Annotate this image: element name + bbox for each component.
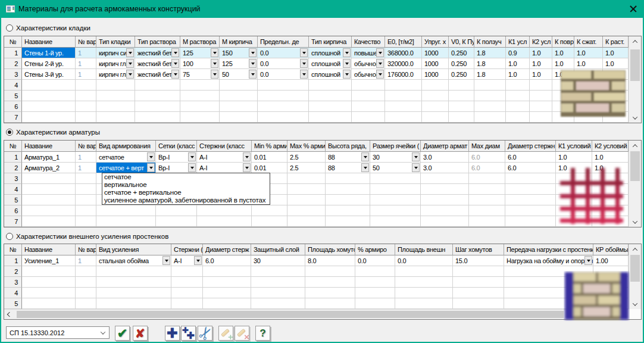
row-number[interactable]: 1: [4, 48, 22, 58]
table-cell[interactable]: [449, 101, 474, 112]
table-cell[interactable]: 1: [76, 255, 96, 266]
combo-dropdown-button[interactable]: [343, 59, 351, 68]
table-cell[interactable]: кирпич си: [96, 48, 135, 58]
table-cell[interactable]: [421, 173, 469, 184]
table-cell[interactable]: [305, 288, 355, 298]
table-cell[interactable]: сетчатое: [96, 152, 156, 163]
table-cell[interactable]: [421, 216, 469, 227]
table-cell[interactable]: повышен: [352, 48, 385, 58]
table-cell[interactable]: [385, 91, 422, 101]
cut-button[interactable]: ✂: [198, 326, 212, 341]
row-number[interactable]: 2: [4, 58, 22, 69]
combo-dropdown-button[interactable]: [211, 59, 218, 68]
table-cell[interactable]: 320000.0: [385, 58, 422, 69]
table-cell[interactable]: [504, 288, 593, 298]
table-cell[interactable]: [474, 101, 506, 112]
table-cell[interactable]: [76, 216, 96, 227]
table-cell[interactable]: [180, 112, 220, 123]
table-cell[interactable]: [251, 277, 305, 288]
dropdown-item[interactable]: сетчатое + вертикальное: [102, 189, 270, 197]
scroll-down-icon[interactable]: [629, 113, 641, 123]
table-cell[interactable]: [422, 101, 449, 112]
table-cell[interactable]: [197, 205, 252, 216]
table-cell[interactable]: 1.0: [574, 58, 603, 69]
row-number[interactable]: 4: [4, 184, 22, 195]
table-cell[interactable]: сетчатое + верт: [96, 163, 156, 173]
combo-dropdown-button[interactable]: [300, 70, 308, 79]
combo-dropdown-button[interactable]: [343, 48, 351, 57]
table-cell[interactable]: [552, 91, 574, 101]
table-cell[interactable]: [370, 216, 421, 227]
table-cell[interactable]: 88: [326, 163, 370, 173]
table-cell[interactable]: [197, 216, 252, 227]
row-number[interactable]: 5: [4, 195, 22, 205]
table-cell[interactable]: 1000: [422, 69, 449, 80]
scroll-down-icon[interactable]: [629, 299, 641, 309]
table-cell[interactable]: 6.0: [505, 163, 556, 173]
table-cell[interactable]: [252, 205, 287, 216]
table-cell[interactable]: 1000: [422, 48, 449, 58]
table-cell[interactable]: 1.0: [530, 58, 552, 69]
table-cell[interactable]: [258, 91, 309, 101]
table-cell[interactable]: [76, 173, 96, 184]
table-cell[interactable]: [505, 184, 556, 195]
table-cell[interactable]: [22, 91, 76, 101]
row-number[interactable]: 3: [4, 173, 22, 184]
table-cell[interactable]: 0.01: [252, 163, 287, 173]
table-cell[interactable]: сплошной: [309, 58, 352, 69]
table-cell[interactable]: [326, 184, 370, 195]
table-cell[interactable]: [251, 266, 305, 277]
add-row-button[interactable]: ✚: [165, 326, 180, 341]
table-cell[interactable]: [220, 91, 258, 101]
table-cell[interactable]: A-I: [197, 152, 252, 163]
row-number[interactable]: 2: [4, 163, 22, 173]
table-cell[interactable]: [309, 80, 352, 91]
table-cell[interactable]: [251, 298, 305, 309]
table-cell[interactable]: [370, 184, 421, 195]
table-cell[interactable]: 30: [251, 255, 305, 266]
scroll-up-icon[interactable]: [629, 141, 641, 151]
combo-dropdown-button[interactable]: [171, 59, 179, 68]
table-cell[interactable]: [505, 205, 556, 216]
table-cell[interactable]: [252, 216, 287, 227]
table-cell[interactable]: 0.0: [258, 48, 309, 58]
combo-dropdown-button[interactable]: [343, 70, 351, 79]
table-cell[interactable]: [556, 205, 592, 216]
table-cell[interactable]: [469, 184, 505, 195]
table-cell[interactable]: [96, 277, 171, 288]
table-cell[interactable]: Арматура_2: [22, 163, 76, 173]
table-cell[interactable]: сплошной: [309, 48, 352, 58]
table-cell[interactable]: [96, 80, 135, 91]
table-cell[interactable]: 75: [180, 69, 220, 80]
table-cell[interactable]: 1.0: [603, 48, 629, 58]
table-cell[interactable]: стальная обойма: [96, 255, 171, 266]
radio-circle-icon[interactable]: [6, 233, 13, 240]
table-cell[interactable]: [96, 205, 156, 216]
combo-dropdown-button[interactable]: [194, 256, 202, 265]
table-cell[interactable]: [593, 298, 629, 309]
table-cell[interactable]: жесткий бет: [135, 58, 180, 69]
table-cell[interactable]: [156, 216, 197, 227]
table-cell[interactable]: [258, 112, 309, 123]
table-cell[interactable]: [556, 184, 592, 195]
table-cell[interactable]: 1: [76, 48, 96, 58]
table-cell[interactable]: 8.0: [305, 255, 355, 266]
table-cell[interactable]: [203, 288, 251, 298]
combo-dropdown-button[interactable]: [211, 70, 218, 79]
table-cell[interactable]: [22, 80, 76, 91]
table-cell[interactable]: 1: [76, 69, 96, 80]
table-cell[interactable]: Стены 2-й ур.: [22, 58, 76, 69]
table-cell[interactable]: [469, 216, 505, 227]
table-cell[interactable]: [453, 288, 504, 298]
table-cell[interactable]: 1.0: [552, 48, 574, 58]
table-cell[interactable]: [593, 277, 629, 288]
help-button[interactable]: ?: [255, 326, 270, 341]
row-number[interactable]: 4: [4, 288, 22, 298]
table-cell[interactable]: [603, 91, 629, 101]
table-cell[interactable]: [593, 266, 629, 277]
table-cell[interactable]: 6.0: [203, 255, 251, 266]
table-cell[interactable]: [220, 112, 258, 123]
table-cell[interactable]: 2.5: [287, 163, 326, 173]
combo-dropdown-button[interactable]: [171, 70, 179, 79]
table-cell[interactable]: [385, 101, 422, 112]
